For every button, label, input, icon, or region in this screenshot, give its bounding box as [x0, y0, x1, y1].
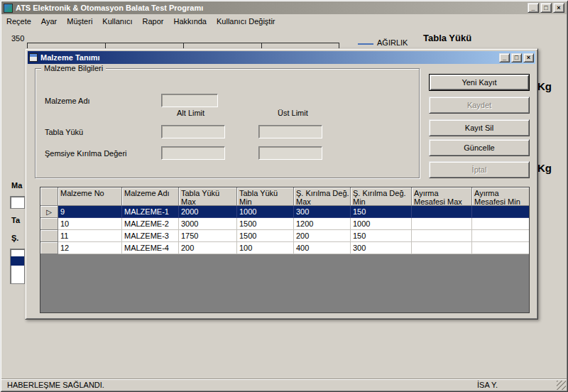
grid-cell[interactable]: 11	[58, 230, 122, 242]
grid-cell[interactable]	[472, 230, 530, 242]
column-header[interactable]: Malzeme Adı	[122, 187, 179, 206]
malzeme-bilgileri-group: Malzeme Bilgileri	[35, 68, 420, 178]
minimize-button[interactable]: _	[528, 3, 539, 13]
left-combo-fragment[interactable]	[10, 196, 25, 209]
grid-cell[interactable]: 1750	[179, 230, 237, 242]
grid-cell[interactable]: MALZEME-1	[122, 206, 179, 218]
left-label-fragment-1: Ma	[11, 181, 22, 190]
tabla-yuku-label: Tabla Yükü	[45, 128, 83, 136]
alt-limit-label: Alt Limit	[177, 109, 204, 117]
grid-cell[interactable]: 150	[351, 230, 412, 242]
table-row[interactable]: 10MALZEME-23000150012001000	[40, 218, 529, 230]
semsiye-kirilma-label: Şemsiye Kırılma Değeri	[45, 149, 127, 158]
grid-cell[interactable]: MALZEME-2	[122, 218, 179, 230]
grid-cell[interactable]	[472, 242, 530, 254]
iptal-button[interactable]: İptal	[429, 161, 530, 178]
dialog-close-button[interactable]: ×	[523, 53, 534, 62]
grid-cell[interactable]: MALZEME-4	[122, 242, 179, 254]
row-selector[interactable]	[40, 242, 58, 254]
grid-cell[interactable]	[412, 242, 472, 254]
axis-tick	[183, 43, 184, 48]
ust-limit-label: Üst Limit	[278, 109, 308, 117]
dialog-content: Malzeme Bilgileri Malzeme Adı Alt Limit …	[28, 64, 535, 317]
grid-cell[interactable]: 1500	[237, 230, 294, 242]
grid-cell[interactable]: 1200	[294, 218, 351, 230]
unit-kg-bottom: Kg	[537, 162, 552, 174]
group-title: Malzeme Bilgileri	[41, 64, 106, 72]
row-selector[interactable]: ▷	[40, 206, 58, 218]
menu-ayar[interactable]: Ayar	[36, 15, 62, 28]
grid-cell[interactable]: 100	[237, 242, 294, 254]
menu-rapor[interactable]: Rapor	[138, 15, 169, 28]
maximize-button[interactable]: □	[540, 3, 552, 13]
menu-hakkinda[interactable]: Hakkında	[169, 15, 212, 28]
menu-kullanici-degistir[interactable]: Kullanıcı Değiştir	[212, 15, 280, 28]
resize-grip[interactable]	[557, 381, 566, 390]
yeni-kayit-button[interactable]: Yeni Kayıt	[429, 74, 530, 91]
status-message: HABERLEŞME SAĞLANDI.	[7, 381, 104, 389]
axis-tick	[27, 43, 28, 48]
grid-cell[interactable]: 10	[58, 218, 122, 230]
grid-cell[interactable]: 2000	[179, 206, 237, 218]
grid-cell[interactable]	[412, 230, 472, 242]
row-selector[interactable]	[40, 230, 58, 242]
menu-kullanici[interactable]: Kullanıcı	[97, 15, 137, 28]
status-bar: HABERLEŞME SAĞLANDI. İSA Y.	[1, 379, 567, 391]
grid-cell[interactable]: 3000	[179, 218, 237, 230]
grid-cell[interactable]: 1500	[237, 218, 294, 230]
dialog-titlebar[interactable]: Malzeme Tanımı _ □ ×	[28, 51, 535, 64]
table-row[interactable]: 12MALZEME-4200100400300	[40, 242, 529, 254]
kayit-sil-button[interactable]: Kayıt Sil	[429, 119, 530, 136]
grid-cell[interactable]: 200	[294, 230, 351, 242]
table-row[interactable]: 11MALZEME-317501500200150	[40, 230, 529, 242]
grid-cell[interactable]	[472, 206, 530, 218]
axis-tick	[339, 43, 339, 48]
right-panel-title: Tabla Yükü	[423, 33, 471, 43]
close-button[interactable]: ×	[553, 3, 564, 13]
tabla-yuku-alt-input[interactable]	[161, 125, 225, 138]
semsiye-ust-input[interactable]	[258, 146, 322, 160]
grid-cell[interactable]: 1000	[351, 218, 412, 230]
grid-cell[interactable]: 400	[294, 242, 351, 254]
left-grid-fragment	[10, 249, 25, 284]
column-header[interactable]: AyırmaMesafesi Max	[412, 187, 472, 206]
status-user: İSA Y.	[477, 381, 498, 389]
grid-cell[interactable]: 12	[58, 242, 122, 254]
menu-recete[interactable]: Reçete	[1, 15, 36, 28]
grid-cell[interactable]	[412, 206, 472, 218]
left-label-fragment-2: Ta	[11, 216, 20, 224]
grid-cell[interactable]: 150	[351, 206, 412, 218]
column-header[interactable]: Tabla YüküMax	[179, 187, 237, 206]
malzeme-tanimi-dialog: Malzeme Tanımı _ □ × Malzeme Bilgileri M…	[25, 48, 538, 320]
grid-cell[interactable]: 9	[58, 206, 122, 218]
grid-cell[interactable]: 200	[179, 242, 237, 254]
dialog-minimize-button[interactable]: _	[499, 53, 510, 62]
malzeme-adi-input[interactable]	[161, 94, 218, 107]
table-row[interactable]: ▷9MALZEME-120001000300150	[40, 206, 529, 218]
column-header[interactable]: AyırmaMesafesi Min	[472, 187, 530, 206]
dialog-maximize-button[interactable]: □	[511, 53, 522, 62]
grid-cell[interactable]: 300	[351, 242, 412, 254]
grid-cell[interactable]: MALZEME-3	[122, 230, 179, 242]
grid-cell[interactable]: 300	[294, 206, 351, 218]
app-icon	[4, 4, 13, 13]
grid-cell[interactable]	[472, 218, 530, 230]
title-bar[interactable]: ATS Elektronik & Otomasyon Balata Test P…	[1, 1, 567, 14]
guncelle-button[interactable]: Güncelle	[429, 139, 530, 156]
menu-musteri[interactable]: Müşteri	[62, 15, 97, 28]
malzeme-adi-label: Malzeme Adı	[45, 97, 90, 105]
row-selector[interactable]	[40, 218, 58, 230]
grid-cell[interactable]: 1000	[237, 206, 294, 218]
left-grid-selected-row-fragment	[11, 256, 24, 266]
axis-tick	[105, 43, 106, 48]
tabla-yuku-ust-input[interactable]	[258, 125, 322, 138]
grid-cell[interactable]	[412, 218, 472, 230]
axis-tick	[261, 43, 262, 48]
kaydet-button[interactable]: Kaydet	[429, 97, 530, 114]
column-header[interactable]: Ş. Kırılma Değ.Max	[294, 187, 351, 206]
grid-header-row: Malzeme NoMalzeme AdıTabla YüküMaxTabla …	[40, 187, 529, 206]
column-header[interactable]: Ş. Kırılma Değ.Min	[351, 187, 412, 206]
semsiye-alt-input[interactable]	[161, 146, 225, 160]
column-header[interactable]: Malzeme No	[58, 187, 122, 206]
column-header[interactable]: Tabla YüküMin	[237, 187, 294, 206]
